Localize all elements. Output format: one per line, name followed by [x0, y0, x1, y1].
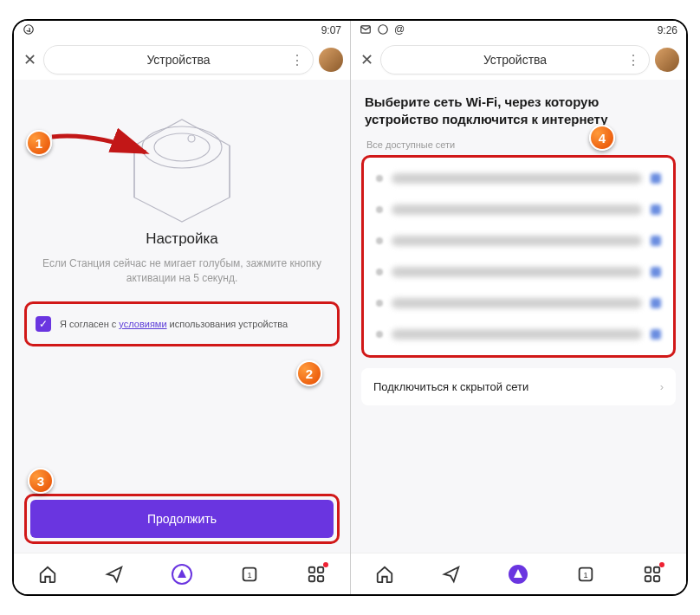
header-row: ✕ Устройства ⋮ [351, 40, 686, 80]
lock-icon [651, 298, 661, 308]
svg-rect-18 [645, 575, 651, 580]
clock: 9:26 [658, 24, 677, 36]
network-item[interactable] [364, 288, 673, 319]
networks-list [361, 155, 676, 358]
avatar[interactable] [319, 48, 343, 72]
setup-title: Настройка [24, 230, 340, 248]
bottom-nav: 1 [351, 553, 686, 594]
lock-icon [651, 329, 661, 340]
bottom-nav: 1 [14, 553, 350, 594]
apps-icon[interactable] [642, 564, 663, 585]
svg-rect-9 [309, 575, 314, 580]
alice-icon[interactable] [508, 564, 528, 585]
badge-1: 1 [26, 130, 52, 156]
chevron-right-icon: › [660, 380, 664, 393]
consent-box: ✓ Я согласен с условиями использования у… [24, 301, 340, 346]
search-bar[interactable]: Устройства ⋮ [380, 45, 650, 74]
continue-highlight: Продолжить [24, 494, 340, 544]
status-bar: @ 9:26 [351, 21, 686, 40]
at-icon: @ [394, 23, 405, 38]
phone-left: 9:07 ✕ Устройства ⋮ Настройка Если Станц… [14, 21, 350, 594]
whatsapp-icon [23, 23, 35, 38]
mail-icon [360, 23, 372, 38]
svg-text:1: 1 [583, 570, 587, 579]
home-icon[interactable] [37, 564, 58, 585]
continue-button[interactable]: Продолжить [30, 500, 334, 538]
networks-label: Все доступные сети [366, 139, 671, 150]
alice-icon[interactable] [172, 564, 192, 585]
svg-rect-8 [318, 566, 323, 572]
setup-subtitle: Если Станция сейчас не мигает голубым, з… [38, 256, 326, 286]
header-title: Устройства [146, 53, 210, 67]
badge-4: 4 [589, 125, 615, 151]
svg-point-0 [24, 24, 34, 34]
network-item[interactable] [364, 194, 673, 225]
arrow-icon [50, 128, 154, 172]
network-item[interactable] [364, 319, 673, 350]
lock-icon [651, 267, 661, 277]
svg-rect-19 [654, 575, 659, 580]
tabs-icon[interactable]: 1 [575, 564, 596, 585]
svg-text:1: 1 [247, 570, 251, 579]
svg-rect-10 [318, 575, 323, 580]
tabs-icon[interactable]: 1 [239, 564, 260, 585]
badge-3: 3 [28, 468, 54, 494]
consent-checkbox[interactable]: ✓ [36, 316, 51, 332]
lock-icon [651, 236, 661, 246]
network-item[interactable] [364, 225, 673, 256]
svg-point-2 [154, 133, 210, 161]
send-icon[interactable] [104, 564, 125, 585]
consent-text: Я согласен с условиями использования уст… [60, 319, 288, 329]
svg-point-12 [379, 24, 388, 34]
clock: 9:07 [321, 24, 341, 36]
apps-icon[interactable] [306, 564, 327, 585]
search-bar[interactable]: Устройства ⋮ [43, 45, 314, 74]
hidden-network-label: Подключиться к скрытой сети [373, 380, 528, 393]
phone-right: @ 9:26 ✕ Устройства ⋮ Выберите сеть Wi-F… [350, 21, 686, 594]
whatsapp-icon [377, 23, 389, 38]
lock-icon [651, 173, 661, 184]
svg-rect-17 [654, 566, 659, 572]
header-title: Устройства [483, 53, 547, 67]
close-icon[interactable]: ✕ [358, 51, 375, 68]
hidden-network-button[interactable]: Подключиться к скрытой сети › [361, 368, 676, 405]
svg-rect-16 [645, 566, 651, 572]
svg-rect-7 [309, 566, 314, 572]
home-icon[interactable] [374, 564, 395, 585]
network-item[interactable] [364, 256, 673, 288]
send-icon[interactable] [441, 564, 462, 585]
close-icon[interactable]: ✕ [21, 51, 38, 68]
avatar[interactable] [655, 48, 679, 72]
terms-link[interactable]: условиями [119, 319, 166, 329]
header-row: ✕ Устройства ⋮ [14, 40, 350, 80]
wifi-heading: Выберите сеть Wi-Fi, через которую устро… [365, 94, 672, 129]
kebab-icon[interactable]: ⋮ [290, 52, 304, 68]
status-bar: 9:07 [14, 21, 350, 40]
badge-2: 2 [296, 360, 322, 386]
network-item[interactable] [364, 163, 673, 194]
lock-icon [651, 204, 661, 215]
svg-point-3 [188, 135, 195, 142]
kebab-icon[interactable]: ⋮ [626, 52, 640, 68]
